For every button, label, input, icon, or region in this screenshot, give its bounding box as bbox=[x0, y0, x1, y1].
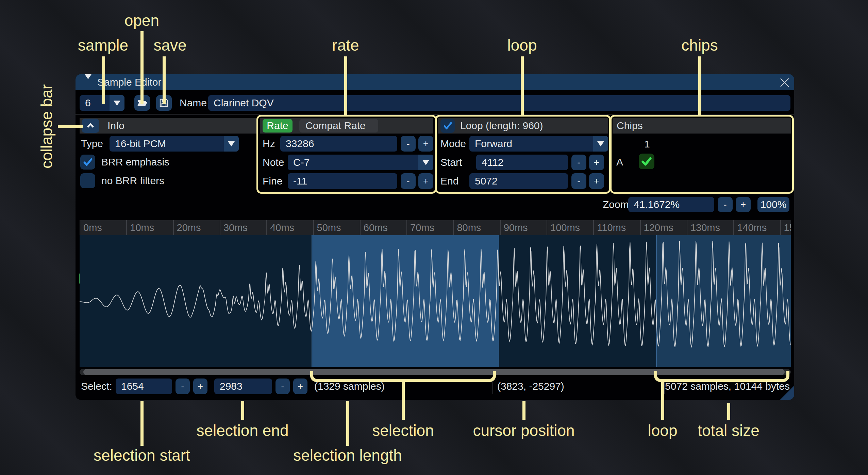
collapse-bar-button[interactable] bbox=[82, 119, 99, 133]
window-title: Sample Editor bbox=[97, 76, 161, 88]
ruler-tick: 120ms bbox=[640, 220, 673, 235]
annotation-loop-top: loop bbox=[507, 36, 537, 54]
annotation-selection-end: selection end bbox=[196, 421, 288, 440]
selection-start-minus-button[interactable]: - bbox=[176, 379, 190, 394]
type-label: Type bbox=[81, 136, 103, 152]
window-titlebar[interactable]: Sample Editor bbox=[76, 74, 794, 90]
chevron-down-icon[interactable] bbox=[224, 136, 239, 152]
ruler-tick: 30ms bbox=[220, 220, 248, 235]
rate-highlight-box bbox=[256, 115, 437, 194]
annotation-selection: selection bbox=[372, 421, 434, 440]
divider bbox=[76, 114, 794, 115]
brr-emphasis-label: BRR emphasis bbox=[101, 155, 169, 170]
waveform-view[interactable] bbox=[80, 235, 791, 367]
annotation-line-selection-start bbox=[140, 401, 144, 446]
no-brr-filters-checkbox[interactable] bbox=[80, 173, 95, 188]
no-brr-filters-label: no BRR filters bbox=[101, 173, 164, 188]
ruler[interactable]: 0ms10ms20ms30ms40ms50ms60ms70ms80ms90ms1… bbox=[80, 220, 791, 235]
annotation-collapse-bar: collapse bar bbox=[37, 84, 56, 169]
page-background: Sample Editor 6 Name Clarinet DQV Info T… bbox=[0, 0, 868, 475]
ruler-tick: 10ms bbox=[126, 220, 154, 235]
annotation-line-loop-bottom bbox=[661, 381, 664, 420]
select-label: Select: bbox=[81, 378, 112, 395]
selection-start-input[interactable]: 1654 bbox=[116, 379, 172, 394]
zoom-out-button[interactable]: - bbox=[718, 197, 733, 212]
zoom-in-button[interactable]: + bbox=[736, 197, 751, 212]
annotation-rate: rate bbox=[332, 36, 359, 54]
zoom-label: Zoom bbox=[603, 197, 629, 212]
annotation-cursor-position: cursor position bbox=[473, 421, 574, 440]
annotation-line-selection bbox=[402, 381, 405, 420]
annotation-line-save bbox=[163, 56, 166, 104]
annotation-line-chips bbox=[698, 56, 701, 116]
loop-highlight-box bbox=[435, 115, 611, 194]
ruler-tick: 110ms bbox=[593, 220, 626, 235]
check-icon bbox=[82, 156, 94, 168]
close-icon[interactable] bbox=[780, 78, 789, 87]
ruler-tick: 80ms bbox=[453, 220, 481, 235]
annotation-line-sample bbox=[102, 56, 105, 104]
ruler-tick: 150ms bbox=[780, 220, 791, 235]
info-panel-header: Info bbox=[80, 118, 257, 134]
annotation-line-collapse-bar bbox=[58, 125, 83, 128]
annotation-chips: chips bbox=[681, 36, 718, 54]
selection-end-value: 2983 bbox=[220, 381, 243, 392]
sample-selector-value: 6 bbox=[80, 95, 96, 111]
ruler-tick: 0ms bbox=[80, 220, 102, 235]
annotation-total-size: total size bbox=[698, 421, 760, 440]
annotation-save: save bbox=[153, 36, 186, 54]
cursor-position-text: (3823, -25297) bbox=[497, 378, 564, 395]
annotation-open: open bbox=[124, 11, 159, 30]
annotation-line-total-size bbox=[727, 403, 730, 420]
ruler-tick: 90ms bbox=[500, 220, 528, 235]
annotation-sample: sample bbox=[78, 36, 128, 54]
sample-type-value: 16-bit PCM bbox=[110, 136, 171, 152]
annotation-selection-start: selection start bbox=[94, 446, 190, 464]
annotation-line-rate bbox=[344, 56, 347, 116]
ruler-tick: 70ms bbox=[406, 220, 434, 235]
brr-emphasis-checkbox[interactable] bbox=[80, 155, 95, 170]
annotation-line-selection-end bbox=[241, 401, 244, 420]
chips-highlight-box bbox=[610, 115, 794, 194]
ruler-tick: 50ms bbox=[313, 220, 341, 235]
selection-end-plus-button[interactable]: + bbox=[293, 379, 307, 394]
chevron-up-icon bbox=[85, 120, 96, 131]
ruler-tick: 130ms bbox=[687, 220, 720, 235]
sample-type-select[interactable]: 16-bit PCM bbox=[110, 136, 239, 152]
annotation-line-open bbox=[140, 31, 144, 104]
annotation-line-cursor-position bbox=[522, 401, 525, 420]
window-collapse-icon[interactable] bbox=[84, 79, 92, 85]
zoom-value: 41.1672% bbox=[634, 199, 680, 210]
annotation-selection-length: selection length bbox=[293, 446, 402, 464]
waveform-trace bbox=[80, 235, 791, 367]
zoom-input[interactable]: 41.1672% bbox=[628, 197, 714, 212]
name-input[interactable]: Clarinet DQV bbox=[208, 95, 790, 111]
annotation-line-selection-length bbox=[346, 401, 349, 446]
divider bbox=[493, 379, 493, 394]
name-label: Name bbox=[180, 95, 207, 111]
selection-end-minus-button[interactable]: - bbox=[276, 379, 290, 394]
selection-start-value: 1654 bbox=[121, 381, 144, 392]
annotation-bracket-selection bbox=[310, 371, 496, 382]
ruler-tick: 20ms bbox=[173, 220, 201, 235]
annotation-loop-bottom: loop bbox=[648, 421, 678, 440]
ruler-tick: 140ms bbox=[733, 220, 767, 235]
name-input-value: Clarinet DQV bbox=[214, 97, 274, 109]
ruler-tick: 60ms bbox=[360, 220, 388, 235]
annotation-line-loop-top bbox=[521, 56, 524, 116]
info-panel-title: Info bbox=[107, 120, 124, 131]
chevron-down-icon[interactable] bbox=[110, 95, 124, 111]
ruler-tick: 100ms bbox=[547, 220, 580, 235]
annotation-bracket-loop bbox=[654, 371, 789, 382]
selection-start-plus-button[interactable]: + bbox=[193, 379, 207, 394]
ruler-tick: 40ms bbox=[266, 220, 294, 235]
selection-end-input[interactable]: 2983 bbox=[214, 379, 272, 394]
zoom-reset-button[interactable]: 100% bbox=[757, 197, 789, 212]
